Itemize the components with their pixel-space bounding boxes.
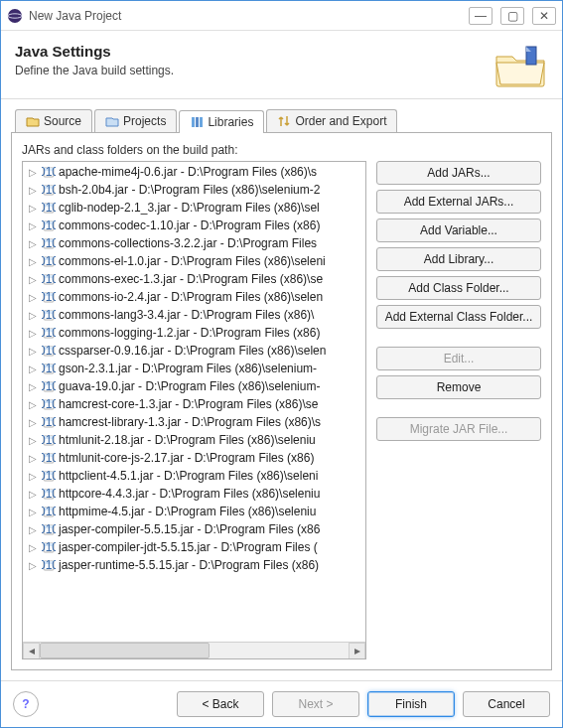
close-button[interactable]: ✕	[532, 7, 556, 25]
expand-icon[interactable]: ▷	[27, 185, 39, 196]
horizontal-scrollbar[interactable]: ◂ ▸	[23, 642, 365, 658]
remove-button[interactable]: Remove	[376, 375, 541, 399]
tabstrip: Source Projects Libraries Order and Expo…	[11, 109, 552, 133]
help-button[interactable]: ?	[13, 691, 39, 717]
expand-icon[interactable]: ▷	[27, 560, 39, 571]
add-variable-button[interactable]: Add Variable...	[376, 218, 541, 242]
jar-entry[interactable]: ▷010cglib-nodep-2.1_3.jar - D:\Program F…	[25, 199, 365, 217]
add-library-button[interactable]: Add Library...	[376, 247, 541, 271]
jar-entry-label: commons-codec-1.10.jar - D:\Program File…	[59, 218, 320, 232]
expand-icon[interactable]: ▷	[27, 417, 39, 428]
expand-icon[interactable]: ▷	[27, 310, 39, 321]
jar-icon: 010	[42, 308, 56, 322]
jar-entry[interactable]: ▷010apache-mime4j-0.6.jar - D:\Program F…	[25, 163, 365, 181]
jar-entry[interactable]: ▷010httpclient-4.5.1.jar - D:\Program Fi…	[25, 467, 365, 485]
expand-icon[interactable]: ▷	[27, 167, 39, 178]
expand-icon[interactable]: ▷	[27, 292, 39, 303]
jar-entry-label: commons-el-1.0.jar - D:\Program Files (x…	[59, 254, 326, 268]
expand-icon[interactable]: ▷	[27, 453, 39, 464]
add-external-jars-button[interactable]: Add External JARs...	[376, 190, 541, 214]
expand-icon[interactable]: ▷	[27, 346, 39, 357]
jar-entry-label: hamcrest-core-1.3.jar - D:\Program Files…	[59, 397, 318, 411]
expand-icon[interactable]: ▷	[27, 274, 39, 285]
edit-button: Edit...	[376, 347, 541, 370]
jar-icon: 010	[42, 451, 56, 465]
expand-icon[interactable]: ▷	[27, 542, 39, 553]
cancel-button[interactable]: Cancel	[463, 691, 550, 717]
jar-icon: 010	[42, 362, 56, 375]
jar-entry[interactable]: ▷010bsh-2.0b4.jar - D:\Program Files (x8…	[25, 181, 365, 199]
tab-libraries[interactable]: Libraries	[179, 110, 264, 133]
jar-tree[interactable]: ▷010apache-mime4j-0.6.jar - D:\Program F…	[22, 161, 366, 659]
scroll-right-arrow-icon[interactable]: ▸	[349, 643, 365, 659]
tab-projects[interactable]: Projects	[94, 109, 177, 132]
finish-button[interactable]: Finish	[367, 691, 455, 717]
add-external-class-folder-button[interactable]: Add External Class Folder...	[376, 305, 541, 329]
jar-entry[interactable]: ▷010hamcrest-library-1.3.jar - D:\Progra…	[25, 413, 365, 431]
minimize-button[interactable]: —	[469, 7, 493, 25]
expand-icon[interactable]: ▷	[27, 381, 39, 392]
jar-entry-label: gson-2.3.1.jar - D:\Program Files (x86)\…	[59, 362, 317, 375]
jar-entry[interactable]: ▷010httpmime-4.5.jar - D:\Program Files …	[25, 503, 365, 520]
back-button[interactable]: < Back	[177, 691, 264, 717]
jar-icon: 010	[42, 415, 56, 429]
jar-icon: 010	[42, 433, 56, 447]
jar-entry[interactable]: ▷010htmlunit-core-js-2.17.jar - D:\Progr…	[25, 449, 365, 467]
jar-entry-label: bsh-2.0b4.jar - D:\Program Files (x86)\s…	[59, 183, 320, 197]
jar-entry-label: jasper-compiler-5.5.15.jar - D:\Program …	[59, 522, 320, 536]
jar-entry[interactable]: ▷010gson-2.3.1.jar - D:\Program Files (x…	[25, 360, 365, 377]
jar-entry[interactable]: ▷010commons-lang3-3.4.jar - D:\Program F…	[25, 306, 365, 324]
jar-entry[interactable]: ▷010jasper-compiler-5.5.15.jar - D:\Prog…	[25, 520, 365, 538]
jar-icon: 010	[42, 236, 56, 250]
jar-entry[interactable]: ▷010commons-exec-1.3.jar - D:\Program Fi…	[25, 270, 365, 288]
svg-text:010: 010	[42, 254, 56, 268]
jar-entry[interactable]: ▷010httpcore-4.4.3.jar - D:\Program File…	[25, 485, 365, 503]
tab-source[interactable]: Source	[15, 109, 92, 132]
jar-icon: 010	[42, 165, 56, 179]
next-button: Next >	[272, 691, 359, 717]
jar-entry[interactable]: ▷010guava-19.0.jar - D:\Program Files (x…	[25, 377, 365, 395]
expand-icon[interactable]: ▷	[27, 256, 39, 267]
jar-entry[interactable]: ▷010cssparser-0.9.16.jar - D:\Program Fi…	[25, 342, 365, 360]
jar-entry-label: httpcore-4.4.3.jar - D:\Program Files (x…	[59, 487, 320, 501]
jar-entry[interactable]: ▷010commons-codec-1.10.jar - D:\Program …	[25, 217, 365, 234]
svg-text:010: 010	[42, 415, 56, 429]
svg-text:010: 010	[42, 522, 56, 536]
jar-entry-label: commons-lang3-3.4.jar - D:\Program Files…	[59, 308, 314, 322]
wizard-header: Java Settings Define the Java build sett…	[1, 31, 562, 99]
scroll-left-arrow-icon[interactable]: ◂	[23, 643, 40, 659]
expand-icon[interactable]: ▷	[27, 220, 39, 231]
jar-entry[interactable]: ▷010htmlunit-2.18.jar - D:\Program Files…	[25, 431, 365, 449]
svg-text:010: 010	[42, 379, 56, 393]
jar-icon: 010	[42, 218, 56, 232]
svg-text:010: 010	[42, 201, 56, 215]
jar-icon: 010	[42, 522, 56, 536]
jar-entry[interactable]: ▷010commons-el-1.0.jar - D:\Program File…	[25, 252, 365, 270]
expand-icon[interactable]: ▷	[27, 489, 39, 500]
expand-icon[interactable]: ▷	[27, 471, 39, 482]
svg-text:010: 010	[42, 272, 56, 286]
expand-icon[interactable]: ▷	[27, 238, 39, 249]
jar-entry[interactable]: ▷010commons-logging-1.2.jar - D:\Program…	[25, 324, 365, 342]
expand-icon[interactable]: ▷	[27, 399, 39, 410]
expand-icon[interactable]: ▷	[27, 328, 39, 339]
add-class-folder-button[interactable]: Add Class Folder...	[376, 276, 541, 300]
jar-entry[interactable]: ▷010hamcrest-core-1.3.jar - D:\Program F…	[25, 395, 365, 413]
svg-text:010: 010	[42, 451, 56, 465]
jar-entry[interactable]: ▷010jasper-compiler-jdt-5.5.15.jar - D:\…	[25, 538, 365, 556]
maximize-button[interactable]: ▢	[500, 7, 524, 25]
svg-text:010: 010	[42, 344, 56, 358]
folder-java-icon	[493, 43, 548, 90]
expand-icon[interactable]: ▷	[27, 435, 39, 446]
jar-entry[interactable]: ▷010commons-collections-3.2.2.jar - D:\P…	[25, 234, 365, 252]
expand-icon[interactable]: ▷	[27, 507, 39, 517]
svg-point-0	[8, 9, 22, 23]
expand-icon[interactable]: ▷	[27, 203, 39, 214]
scrollbar-thumb[interactable]	[40, 643, 210, 658]
expand-icon[interactable]: ▷	[27, 364, 39, 374]
expand-icon[interactable]: ▷	[27, 524, 39, 535]
jar-entry[interactable]: ▷010jasper-runtime-5.5.15.jar - D:\Progr…	[25, 556, 365, 574]
tab-order-export[interactable]: Order and Export	[266, 109, 397, 132]
add-jars-button[interactable]: Add JARs...	[376, 161, 541, 185]
jar-entry[interactable]: ▷010commons-io-2.4.jar - D:\Program File…	[25, 288, 365, 306]
